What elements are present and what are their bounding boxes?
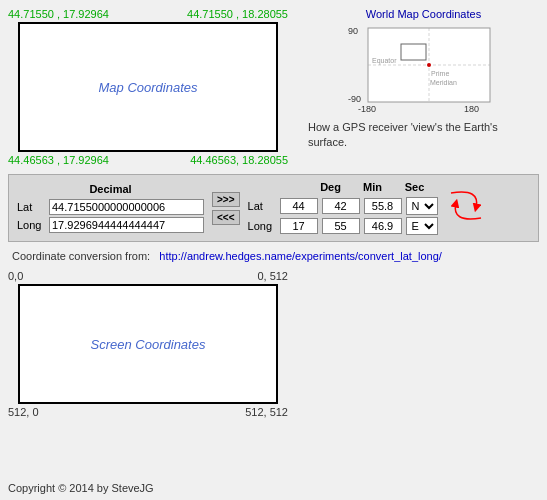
lat-decimal-row: Lat	[17, 199, 204, 215]
map-box: Map Coordinates	[18, 22, 278, 152]
copyright: Copyright © 2014 by SteveJG	[8, 482, 154, 494]
map-bottom-row: 44.46563 , 17.92964 44.46563, 18.28055	[8, 154, 288, 166]
coord-source: Coordinate conversion from: http://andre…	[8, 250, 539, 262]
lat-deg-input[interactable]	[280, 198, 318, 214]
coord-source-link[interactable]: http://andrew.hedges.name/experiments/co…	[159, 250, 442, 262]
map-top-right-label: 44.71550 , 18.28055	[187, 8, 288, 20]
screen-top-right-label: 0, 512	[257, 270, 288, 282]
screen-area: 0,0 0, 512 Screen Coordinates 512, 0 512…	[8, 270, 288, 418]
svg-point-11	[427, 63, 431, 67]
screen-bottom-row: 512, 0 512, 512	[8, 406, 288, 418]
screen-bottom-left-label: 512, 0	[8, 406, 39, 418]
top-section: 44.71550 , 17.92964 44.71550 , 18.28055 …	[8, 8, 539, 166]
lat-sec-input[interactable]	[364, 198, 402, 214]
conversion-section: Decimal Lat Long >>> <<< Deg Min Sec	[8, 174, 539, 242]
screen-bottom-right-label: 512, 512	[245, 406, 288, 418]
world-map-description: How a GPS receiver 'view's the Earth's s…	[308, 120, 539, 151]
screen-top-left-label: 0,0	[8, 270, 23, 282]
long-decimal-row: Long	[17, 217, 204, 233]
map-bottom-left-label: 44.46563 , 17.92964	[8, 154, 109, 166]
long-dir-select[interactable]: E W	[406, 217, 438, 235]
svg-text:Equator: Equator	[372, 57, 397, 65]
map-coordinates-area: 44.71550 , 17.92964 44.71550 , 18.28055 …	[8, 8, 288, 166]
screen-top-row: 0,0 0, 512	[8, 270, 288, 282]
long-min-input[interactable]	[322, 218, 360, 234]
map-top-left-label: 44.71550 , 17.92964	[8, 8, 109, 20]
long-decimal-label: Long	[17, 219, 45, 231]
svg-text:-180: -180	[358, 104, 376, 114]
long-sec-input[interactable]	[364, 218, 402, 234]
min-header: Min	[354, 181, 392, 193]
svg-text:-90: -90	[348, 94, 361, 104]
svg-text:Meridian: Meridian	[430, 79, 457, 86]
lat-dir-select[interactable]: N S	[406, 197, 438, 215]
svg-text:Prime: Prime	[431, 70, 449, 77]
world-map-title: World Map Coordinates	[308, 8, 539, 20]
dms-panel: Deg Min Sec Lat N S Long E	[248, 181, 438, 235]
screen-box-label: Screen Coordinates	[91, 337, 206, 352]
world-map-panel: World Map Coordinates 90 -90 -180 180 Eq…	[298, 8, 539, 166]
dms-header-row: Deg Min Sec	[248, 181, 438, 193]
decimal-header: Decimal	[17, 183, 204, 195]
sec-header: Sec	[396, 181, 434, 193]
svg-text:180: 180	[464, 104, 479, 114]
lat-min-input[interactable]	[322, 198, 360, 214]
lat-dms-label: Lat	[248, 200, 276, 212]
main-container: 44.71550 , 17.92964 44.71550 , 18.28055 …	[0, 0, 547, 500]
map-bottom-right-label: 44.46563, 18.28055	[190, 154, 288, 166]
decimal-panel: Decimal Lat Long	[17, 183, 204, 233]
svg-text:90: 90	[348, 26, 358, 36]
lat-decimal-input[interactable]	[49, 199, 204, 215]
screen-box: Screen Coordinates	[18, 284, 278, 404]
long-deg-input[interactable]	[280, 218, 318, 234]
map-top-row: 44.71550 , 17.92964 44.71550 , 18.28055	[8, 8, 288, 20]
long-dms-row: Long E W	[248, 217, 438, 235]
long-dms-label: Long	[248, 220, 276, 232]
lat-decimal-label: Lat	[17, 201, 45, 213]
convert-forward-button[interactable]: >>>	[212, 192, 240, 207]
map-box-label: Map Coordinates	[99, 80, 198, 95]
convert-back-button[interactable]: <<<	[212, 210, 240, 225]
deg-header: Deg	[312, 181, 350, 193]
long-decimal-input[interactable]	[49, 217, 204, 233]
arrows-decoration	[446, 183, 486, 233]
coord-source-label: Coordinate conversion from:	[12, 250, 150, 262]
world-map-svg-container: 90 -90 -180 180 Equator Prime Meridian	[308, 24, 539, 114]
screen-section: 0,0 0, 512 Screen Coordinates 512, 0 512…	[8, 270, 539, 418]
lat-dms-row: Lat N S	[248, 197, 438, 215]
arrow-buttons: >>> <<<	[212, 192, 240, 225]
